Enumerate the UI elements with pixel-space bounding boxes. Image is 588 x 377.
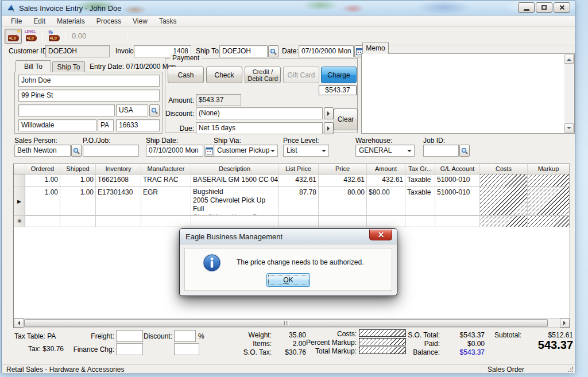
scrollbar-thumb[interactable] — [24, 319, 548, 327]
cell-costs-hidden[interactable] — [480, 216, 528, 227]
menu-view[interactable]: View — [127, 16, 153, 26]
cell-list-price[interactable]: 87.78 — [278, 187, 319, 216]
menu-process[interactable]: Process — [91, 16, 127, 26]
warehouse-combo[interactable]: GENERAL — [355, 145, 415, 157]
sales-person-field[interactable]: Beth Newton — [14, 145, 71, 157]
bill-zip-field[interactable]: 16633 — [116, 119, 160, 131]
new-price-button[interactable]: ✶ 1.0 — [5, 29, 22, 44]
col-price[interactable]: Price — [319, 164, 367, 174]
row-selector[interactable] — [14, 174, 25, 187]
job-id-lookup-button[interactable] — [459, 145, 470, 157]
ship-via-combo[interactable]: Customer Pickup — [214, 145, 278, 157]
bill-country-field[interactable]: USA — [116, 104, 148, 116]
col-shipped[interactable]: Shipped — [60, 164, 96, 174]
menu-tasks[interactable]: Tasks — [153, 16, 183, 26]
bill-name-field[interactable]: John Doe — [18, 75, 160, 87]
cell-empty[interactable] — [141, 216, 191, 227]
col-manufacturer[interactable]: Manufacturer — [141, 164, 191, 174]
ship-date-field[interactable]: 07/10/2000 Mon — [146, 145, 203, 157]
discount-percent-field[interactable] — [174, 330, 196, 342]
due-field[interactable]: Net 15 days — [196, 122, 323, 134]
sales-person-lookup-button[interactable] — [71, 145, 82, 157]
tab-memo[interactable]: Memo — [362, 42, 389, 54]
grid-horizontal-scrollbar[interactable] — [14, 318, 570, 328]
cell-markup-hidden[interactable] — [528, 174, 570, 187]
ship-date-calendar-button[interactable] — [204, 145, 214, 157]
menu-materials[interactable]: Materials — [51, 16, 91, 26]
cell-empty[interactable] — [60, 216, 96, 227]
cell-inventory[interactable]: E17301430 — [96, 187, 141, 216]
col-inventory[interactable]: Inventory — [96, 164, 141, 174]
bill-address2-field[interactable] — [18, 104, 115, 116]
discount-amount-field[interactable] — [174, 343, 199, 355]
cell-empty[interactable] — [435, 216, 480, 227]
ok-button[interactable]: OK — [266, 273, 310, 287]
finance-chg-field[interactable] — [116, 343, 143, 355]
menu-file[interactable]: File — [5, 16, 28, 26]
scroll-right-button[interactable] — [560, 318, 570, 328]
col-tax-group[interactable]: Tax Gr... — [405, 164, 435, 174]
cell-ordered[interactable]: 1.00 — [25, 174, 60, 187]
cell-price[interactable]: 432.61 — [319, 174, 367, 187]
col-list-price[interactable]: List Price — [278, 164, 319, 174]
col-markup[interactable]: Markup — [528, 164, 570, 174]
cash-button[interactable]: Cash — [168, 67, 204, 83]
title-bar[interactable]: Sales Invoice Entry - John Doe — [2, 1, 575, 15]
cell-description[interactable]: BASERAIL GM 1500 CC 04 — [191, 174, 278, 187]
cell-shipped[interactable]: 1.00 — [60, 187, 96, 216]
col-amount[interactable]: Amount — [367, 164, 405, 174]
cell-ordered[interactable]: 1.00 — [25, 187, 60, 216]
cell-description[interactable]: Bugshield 2005 Chevrolet Pick Up Full Si… — [191, 187, 278, 216]
cell-shipped[interactable]: 1.00 — [60, 174, 96, 187]
bill-city-field[interactable]: Willowdale — [18, 119, 96, 131]
amount-field[interactable]: $543.37 — [196, 94, 241, 106]
tab-bill-to[interactable]: Bill To — [16, 60, 51, 72]
customer-id-field[interactable]: DOEJOH — [45, 45, 110, 57]
cell-empty[interactable] — [96, 216, 141, 227]
country-lookup-button[interactable] — [149, 104, 160, 116]
job-id-field[interactable] — [423, 145, 459, 157]
charge-button[interactable]: Charge — [321, 67, 357, 83]
ship-to-field[interactable]: DOEJOH — [219, 45, 268, 57]
col-ordered[interactable]: Ordered — [25, 164, 60, 174]
date-field[interactable]: 07/10/2000 Mon — [299, 45, 354, 57]
price-level-combo[interactable]: List — [283, 145, 329, 157]
cell-empty[interactable] — [278, 216, 319, 227]
cell-amount[interactable]: 432.61 — [367, 174, 405, 187]
cell-empty[interactable] — [405, 216, 435, 227]
cell-list-price[interactable]: 432.61 — [278, 174, 319, 187]
cell-price[interactable]: 80.00 — [319, 187, 367, 216]
ship-to-lookup-button[interactable] — [268, 45, 278, 57]
due-expand-button[interactable] — [324, 122, 334, 134]
cell-gl-account[interactable]: 51000-010 — [435, 174, 480, 187]
po-job-field[interactable] — [83, 145, 139, 157]
menu-edit[interactable]: Edit — [28, 16, 51, 26]
dialog-close-button[interactable] — [369, 230, 392, 240]
percent-discount-button[interactable]: % 1.0 — [45, 29, 63, 44]
discount-field[interactable]: (None) — [196, 107, 323, 119]
gift-card-button[interactable]: Gift Card — [283, 67, 319, 83]
dialog-title-bar[interactable]: Eagle Business Management — [180, 229, 397, 244]
memo-scrollbar[interactable] — [564, 55, 574, 133]
cell-empty[interactable] — [25, 216, 60, 227]
bill-street-field[interactable]: 99 Pine St — [18, 90, 160, 102]
bill-state-field[interactable]: PA — [98, 119, 114, 131]
maximize-button[interactable] — [536, 2, 552, 13]
credit-debit-card-button[interactable]: Credit / Debit Card — [245, 67, 281, 83]
memo-textarea[interactable] — [362, 55, 564, 133]
cell-inventory[interactable]: T6621608 — [96, 174, 141, 187]
check-button[interactable]: Check — [206, 67, 242, 83]
close-button[interactable] — [554, 2, 570, 13]
cell-amount[interactable]: $80.00 — [367, 187, 405, 216]
cell-gl-account[interactable]: 51000-010 — [435, 187, 480, 216]
discount-expand-button[interactable] — [324, 107, 334, 119]
cell-manufacturer[interactable]: TRAC RAC — [141, 174, 191, 187]
col-costs[interactable]: Costs — [480, 164, 528, 174]
cell-empty[interactable] — [319, 216, 367, 227]
resize-grip-icon[interactable] — [568, 367, 573, 372]
cell-empty[interactable] — [367, 216, 405, 227]
scroll-left-button[interactable] — [14, 318, 24, 328]
tab-ship-to[interactable]: Ship To — [52, 61, 85, 72]
cell-markup-hidden[interactable] — [528, 216, 570, 227]
cell-costs-hidden[interactable] — [480, 187, 528, 216]
